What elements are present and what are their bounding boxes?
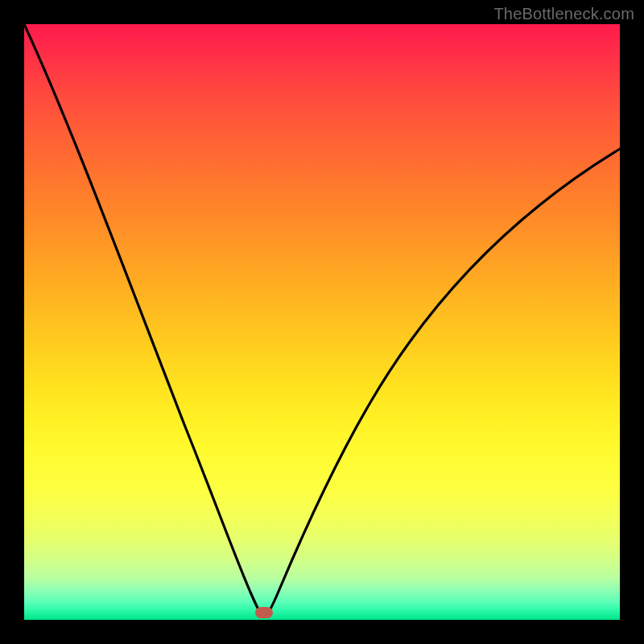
- optimal-marker: [255, 607, 273, 618]
- chart-frame: TheBottleneck.com: [0, 0, 644, 644]
- curve-path: [24, 24, 620, 616]
- bottleneck-curve: [24, 24, 620, 620]
- plot-area: [24, 24, 620, 620]
- watermark-text: TheBottleneck.com: [493, 5, 634, 23]
